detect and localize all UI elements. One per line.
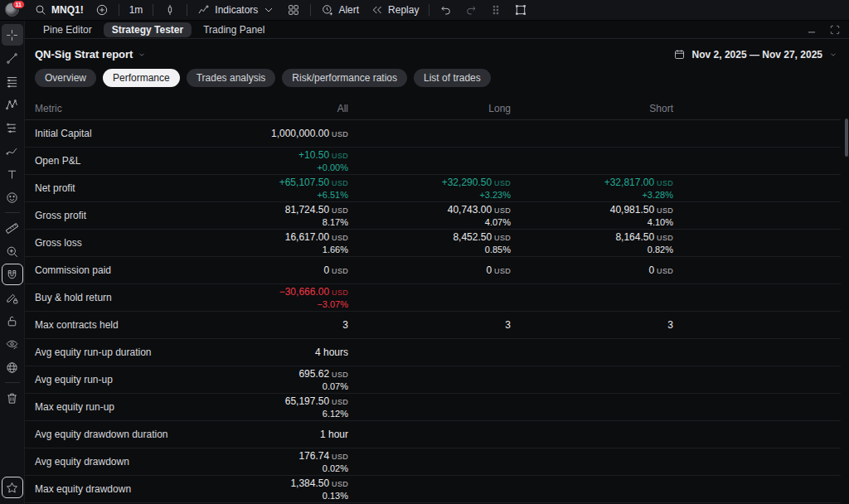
maximize-icon[interactable] — [829, 24, 841, 36]
undo-icon — [439, 3, 453, 17]
view-pills: OverviewPerformanceTrades analysisRisk/p… — [25, 65, 849, 97]
alert-clock-icon — [321, 3, 334, 17]
tool-projection[interactable] — [2, 117, 23, 138]
metrics-table: Metric All Long Short Initial Capital1,0… — [25, 97, 841, 503]
lock-open-icon — [5, 314, 19, 328]
cell-all: 3 — [217, 319, 348, 331]
view-pill-list-of-trades[interactable]: List of trades — [414, 69, 491, 87]
tool-ruler[interactable] — [2, 217, 23, 239]
undo-button[interactable] — [434, 2, 458, 18]
minimize-icon[interactable] — [806, 24, 817, 36]
metric-label: Open P&L — [25, 155, 217, 167]
interval-button[interactable]: 1m — [124, 2, 149, 17]
notification-badge: 11 — [12, 0, 25, 9]
chart-style-button[interactable] — [158, 2, 182, 18]
cell-all: 65,197.50USD6.12% — [217, 395, 348, 419]
tab-trading-panel[interactable]: Trading Panel — [195, 22, 273, 37]
tool-trend-line[interactable] — [2, 47, 23, 69]
ruler-icon — [5, 221, 19, 235]
tool-emoji[interactable] — [2, 187, 23, 208]
search-icon — [34, 3, 47, 17]
trend-line-icon — [5, 51, 19, 65]
fib-retracement-icon — [5, 75, 19, 89]
tool-brush[interactable] — [2, 140, 23, 162]
report-header: QN-Sig Strat report Nov 2, 2025 — Nov 27… — [25, 39, 849, 65]
drawing-toolbar — [0, 21, 25, 504]
tool-xabcd-pattern[interactable] — [2, 94, 23, 115]
tool-object-tree[interactable] — [2, 356, 23, 378]
view-pill-trades-analysis[interactable]: Trades analysis — [187, 69, 276, 87]
indicators-button[interactable]: Indicators — [192, 2, 281, 18]
strategy-tester-panel: Pine EditorStrategy TesterTrading Panel … — [25, 21, 849, 504]
header-short: Short — [511, 103, 673, 114]
metric-label: Initial Capital — [25, 128, 217, 139]
tool-hide-drawings[interactable] — [2, 333, 23, 355]
tool-zoom-in[interactable] — [2, 240, 23, 262]
fullscreen-button[interactable] — [508, 2, 533, 18]
dots-grid-icon — [489, 3, 502, 17]
user-menu-button[interactable]: 11 — [5, 2, 22, 17]
vertical-scrollbar-thumb[interactable] — [845, 119, 848, 157]
table-row: Avg equity drawdown176.74USD0.02% — [25, 448, 841, 476]
header-long: Long — [348, 103, 511, 114]
main-area: Pine EditorStrategy TesterTrading Panel … — [0, 21, 849, 504]
cell-long: 0USD — [348, 264, 511, 277]
table-row: Net profit+65,107.50USD+6.51%+32,290.50U… — [25, 175, 841, 202]
cell-short: 3 — [511, 319, 673, 331]
metric-label: Avg equity drawdown — [25, 456, 217, 468]
alert-button[interactable]: Alert — [315, 2, 365, 18]
cell-long: 3 — [348, 319, 511, 331]
metric-label: Avg equity run-up — [25, 374, 217, 385]
replay-icon — [371, 3, 384, 17]
redo-button[interactable] — [458, 2, 483, 18]
replay-button[interactable]: Replay — [365, 2, 424, 18]
compare-add-symbol-button[interactable] — [90, 2, 114, 18]
metric-label: Max equity run-up — [25, 401, 217, 413]
tool-drawing-lock[interactable] — [2, 287, 23, 308]
pencil-lock-icon — [5, 291, 19, 305]
view-pill-performance[interactable]: Performance — [103, 69, 180, 87]
table-row: Max equity drawdown1,384.50USD0.13% — [25, 476, 841, 503]
layout-grid-icon — [287, 3, 300, 17]
report-title-dropdown[interactable]: QN-Sig Strat report — [35, 48, 146, 61]
calendar-icon — [673, 48, 686, 61]
tool-magnet[interactable] — [2, 264, 23, 285]
metric-label: Max equity drawdown — [25, 483, 217, 495]
date-range-selector[interactable]: Nov 2, 2025 — Nov 27, 2025 — [673, 48, 837, 61]
text-icon — [5, 167, 19, 182]
table-row: Avg equity run-up695.62USD0.07% — [25, 366, 841, 394]
cell-all: 176.74USD0.02% — [217, 450, 348, 474]
view-pill-overview[interactable]: Overview — [35, 69, 96, 87]
tool-fib-retracement[interactable] — [2, 70, 23, 92]
cell-long: +32,290.50USD+3.23% — [348, 177, 511, 201]
table-row: Max equity run-up65,197.50USD6.12% — [25, 394, 841, 421]
plus-circle-icon — [95, 3, 109, 17]
tool-lock[interactable] — [2, 310, 23, 332]
metric-label: Net profit — [25, 182, 217, 194]
view-pill-risk-performance-ratios[interactable]: Risk/performance ratios — [282, 69, 407, 87]
layout-grid-button[interactable] — [281, 2, 306, 18]
tool-crosshair[interactable] — [2, 24, 23, 46]
magnet-icon — [5, 268, 19, 282]
zoom-in-icon — [5, 245, 19, 259]
replay-label: Replay — [388, 4, 419, 16]
cell-all: 1,384.50USD0.13% — [217, 477, 348, 502]
cell-all: 4 hours — [217, 346, 348, 358]
cell-all: 16,617.00USD1.66% — [217, 231, 348, 255]
tool-remove-drawings[interactable] — [2, 387, 23, 409]
chevron-down-icon — [262, 3, 275, 17]
cell-long: 40,743.00USD4.07% — [348, 204, 511, 228]
tab-pine-editor[interactable]: Pine Editor — [35, 22, 100, 37]
symbol-search-button[interactable]: MNQ1! — [28, 2, 90, 18]
toolbar-divider — [5, 382, 20, 383]
drag-handle-button[interactable] — [483, 2, 508, 18]
cell-all: 1 hour — [217, 429, 348, 440]
indicators-icon — [197, 3, 211, 17]
table-row: Gross profit81,724.50USD8.17%40,743.00US… — [25, 202, 841, 230]
tool-favorites[interactable] — [2, 477, 23, 498]
tab-strategy-tester[interactable]: Strategy Tester — [104, 22, 192, 37]
metric-label: Max contracts held — [25, 319, 217, 331]
tool-text[interactable] — [2, 163, 23, 185]
cell-all: 0USD — [217, 264, 348, 277]
emoji-icon — [5, 191, 19, 205]
